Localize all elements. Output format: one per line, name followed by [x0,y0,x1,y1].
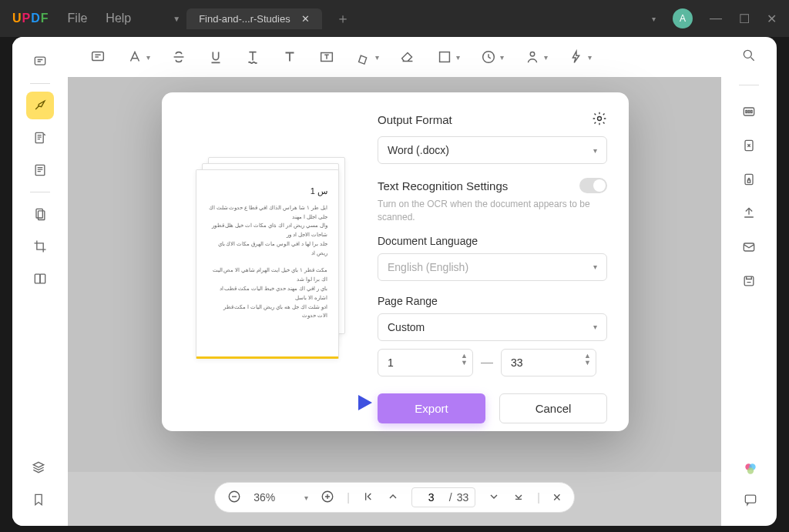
svg-rect-1 [35,132,43,142]
gear-icon[interactable] [592,111,607,129]
cancel-button[interactable]: Cancel [499,393,607,423]
convert-icon[interactable] [741,138,757,156]
page-range-select[interactable]: Custom▾ [378,313,607,341]
range-dash: — [481,356,493,370]
menu-file[interactable]: File [68,12,88,25]
svg-rect-0 [35,57,45,65]
preview-heading: س 1 [207,184,327,199]
range-from-input[interactable]: 1 ▲▼ [378,349,473,376]
svg-rect-13 [744,276,754,286]
close-icon[interactable]: ✕ [767,12,777,26]
language-select[interactable]: English (English)▾ [378,253,607,281]
page-preview: س 1 ايل طر ١ شا هراس الذاك افي قطا ع حدو… [183,111,354,410]
svg-rect-11 [747,180,750,182]
minimize-icon[interactable]: — [710,12,722,25]
attach-tool[interactable]: ▾ [568,49,592,65]
spin-down-icon[interactable]: ▼ [461,360,468,366]
svg-rect-3 [36,209,42,218]
window-menu-icon[interactable]: ▾ [652,15,656,23]
callout-arrow [320,389,374,419]
ocr-hint: Turn on the OCR when the document appear… [378,198,607,224]
output-format-label: Output Format [378,113,452,126]
tab-title: Find-and-...r-Studies [199,13,290,25]
text-insert-tool[interactable] [281,49,298,65]
avatar[interactable]: A [673,8,693,28]
strikethrough-tool[interactable] [170,49,187,65]
svg-rect-16 [440,52,450,62]
ai-icon[interactable] [743,461,758,480]
svg-rect-22 [745,495,755,503]
comment-tool[interactable] [26,48,54,75]
annotation-toolbar: ▾ ▾ ▾ ▾ ▾ ▾ [68,37,721,77]
current-page-input[interactable] [418,491,445,504]
svg-rect-5 [35,274,40,283]
crop-tool[interactable] [26,233,54,260]
zoom-out-icon[interactable] [227,490,241,506]
ocr-toggle[interactable] [579,178,607,193]
svg-rect-14 [92,52,104,61]
page-tool[interactable] [26,200,54,228]
new-tab-icon[interactable]: ＋ [328,9,350,28]
menu-help[interactable]: Help [106,12,131,25]
sticky-note-tool[interactable] [89,49,106,65]
range-to-input[interactable]: 33 ▲▼ [501,349,596,376]
text-tool[interactable] [26,156,54,184]
compare-tool[interactable] [26,265,54,293]
svg-point-21 [747,467,754,473]
svg-point-25 [598,117,602,121]
search-icon[interactable] [741,48,757,66]
tab-dropdown-icon[interactable]: ▼ [173,15,180,23]
svg-rect-4 [39,211,45,220]
close-pager-icon[interactable]: ✕ [552,491,562,504]
export-button[interactable]: Export [378,393,485,423]
squiggly-tool[interactable] [244,49,261,65]
total-pages: 33 [457,491,469,504]
page-navigator: 36% ▾ | / 33 | ✕ [214,482,575,513]
highlight-a-tool[interactable]: ▾ [126,49,150,65]
zoom-in-icon[interactable] [321,490,334,506]
app-logo: UPDF [12,12,49,25]
svg-rect-2 [35,165,45,175]
bookmark-icon[interactable] [31,492,46,510]
pencil-tool[interactable]: ▾ [355,49,379,65]
feedback-icon[interactable] [743,492,758,510]
next-page-icon[interactable] [488,490,500,505]
svg-rect-12 [744,243,754,251]
email-icon[interactable] [741,239,757,258]
share-icon[interactable] [741,206,757,224]
prev-page-icon[interactable] [387,490,399,505]
maximize-icon[interactable]: ☐ [739,12,750,26]
last-page-icon[interactable] [512,490,525,505]
ocr-label: Text Recognition Settings [378,179,508,192]
tab-close-icon[interactable]: ✕ [301,13,310,25]
highlight-tool[interactable] [26,92,54,119]
zoom-dropdown-icon[interactable]: ▾ [304,494,308,502]
underline-tool[interactable] [207,49,224,65]
export-dialog: س 1 ايل طر ١ شا هراس الذاك افي قطا ع حدو… [162,92,629,431]
shape-tool[interactable]: ▾ [436,49,460,65]
document-tab[interactable]: Find-and-...r-Studies ✕ [186,8,322,29]
language-label: Document Language [378,235,607,247]
save-icon[interactable] [741,273,757,292]
output-format-select[interactable]: Word (.docx)▾ [378,136,607,164]
svg-rect-6 [40,274,45,283]
note-tool[interactable] [26,124,54,152]
page-separator: / [449,491,452,504]
protect-icon[interactable] [741,172,757,190]
stamp-tool[interactable]: ▾ [480,49,504,65]
left-tool-rail [12,37,68,526]
layers-icon[interactable] [31,460,46,478]
page-range-label: Page Range [378,295,607,307]
svg-point-7 [744,50,751,58]
ocr-icon[interactable] [741,104,757,122]
right-tool-rail [721,37,777,526]
svg-point-18 [530,52,535,57]
eraser-tool[interactable] [399,49,416,65]
first-page-icon[interactable] [362,490,374,505]
spin-down-icon[interactable]: ▼ [584,360,591,366]
signature-tool[interactable]: ▾ [524,49,548,65]
textbox-tool[interactable] [318,49,335,65]
zoom-value[interactable]: 36% [253,491,292,504]
